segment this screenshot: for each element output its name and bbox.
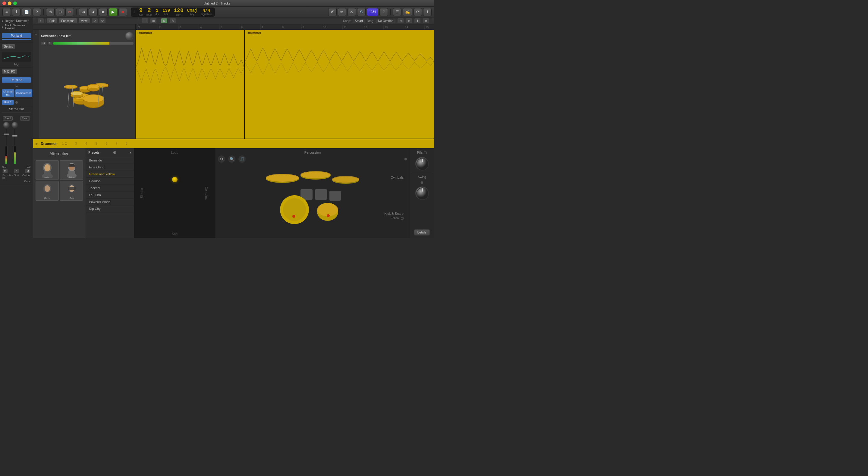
edit2-button[interactable]: ✍ xyxy=(403,8,412,16)
pencil-button[interactable]: ✏ xyxy=(338,8,346,16)
follow-checkbox-icon[interactable]: ▢ xyxy=(401,216,404,220)
xy-dot[interactable] xyxy=(172,177,178,182)
scissors-button[interactable]: ✂ xyxy=(65,8,74,16)
close-button[interactable] xyxy=(2,1,6,5)
bus-button[interactable]: Bus 1 xyxy=(2,100,14,105)
xy-pad[interactable]: Loud Soft Simple Complex xyxy=(134,148,216,238)
undo-button[interactable]: ↺ xyxy=(328,8,337,16)
preset-slider[interactable] xyxy=(2,39,31,40)
info-button[interactable]: ℹ xyxy=(12,8,21,16)
perc-tool-3[interactable]: 🎵 xyxy=(239,155,246,163)
add-track-btn[interactable]: + xyxy=(142,18,148,24)
swing-label: Swing xyxy=(418,175,426,179)
presets-chevron-icon[interactable]: ▾ xyxy=(130,150,131,155)
perc-tool-2[interactable]: 🔍 xyxy=(228,155,236,163)
browser-button[interactable]: 📄 xyxy=(22,8,31,16)
swing-knob[interactable] xyxy=(415,187,429,200)
s-button[interactable]: S xyxy=(357,8,366,16)
setting-button[interactable]: Setting xyxy=(2,44,16,49)
preset-green-yellow[interactable]: Green and Yellow xyxy=(86,171,134,178)
color-btn[interactable]: ▶ xyxy=(161,18,167,24)
div-label: div xyxy=(156,13,159,16)
view-btn[interactable]: View xyxy=(79,18,90,24)
fader-track-1[interactable] xyxy=(6,129,7,146)
waveform-block-1[interactable]: Drummer xyxy=(135,30,244,138)
capture-button[interactable]: ⟲ xyxy=(46,8,55,16)
avatar-aidan[interactable]: aidan xyxy=(36,160,59,180)
edit-btn[interactable]: Edit xyxy=(47,18,57,24)
eq-display xyxy=(2,52,31,62)
record-button[interactable]: ⏺ xyxy=(119,8,127,16)
loop-btn[interactable]: ⟳ xyxy=(99,18,106,24)
draw-btn[interactable]: ✎ xyxy=(169,18,176,24)
ms-btns: M S xyxy=(41,41,133,45)
s-btn-bottom[interactable]: S xyxy=(14,169,19,173)
level-fill-2 xyxy=(14,153,16,164)
stop-button[interactable]: ⏹ xyxy=(99,8,107,16)
resize-btn[interactable]: ⤢ xyxy=(91,18,98,24)
bounce-button[interactable]: ⤓ xyxy=(423,8,432,16)
preset-jackpot[interactable]: Jackpot xyxy=(86,185,134,192)
library-button[interactable]: ≡ xyxy=(2,8,11,16)
zoom-btn2[interactable]: ⬌ xyxy=(406,18,412,24)
flex-button[interactable]: 𝄢 xyxy=(379,8,388,16)
perc-tool-1[interactable]: ⚙ xyxy=(218,155,225,163)
read-button-1[interactable]: Read xyxy=(3,116,13,121)
stereo-slider[interactable] xyxy=(2,112,31,113)
mixer-button[interactable]: ⊞ xyxy=(56,8,64,16)
avatar-zak[interactable]: Zak xyxy=(60,181,83,201)
help-button[interactable]: ? xyxy=(33,8,41,16)
snap-value[interactable]: Smart xyxy=(352,19,365,23)
drag-value[interactable]: No Overlap xyxy=(376,19,396,23)
details-button[interactable]: Details xyxy=(414,229,430,235)
instrument-header: Seventies Plexi Kit xyxy=(41,32,133,40)
waveform-block-2[interactable]: Drummer xyxy=(245,30,434,138)
presets-gear-icon[interactable]: ⚙ xyxy=(113,150,117,155)
preset-la-luna[interactable]: La Luna xyxy=(86,192,134,198)
zoom-btn3[interactable]: ⬆ xyxy=(414,18,421,24)
right-content: ↑ Edit Functions View ⤢ ⟳ + ⊞ ▶ ✎ xyxy=(33,18,434,238)
preset-fine-grind[interactable]: Fine Grind xyxy=(86,164,134,171)
avatar-nikki[interactable]: Nicki xyxy=(60,160,83,180)
zoom-btn1[interactable]: ⬌ xyxy=(397,18,404,24)
avatar-gavin[interactable]: Gavin xyxy=(36,181,59,201)
instrument-knob[interactable] xyxy=(125,32,133,40)
up-btn[interactable]: ↑ xyxy=(37,18,44,24)
drum-kit-button[interactable]: Drum Kit xyxy=(2,77,31,83)
window-buttons xyxy=(2,1,17,5)
volume-fader[interactable] xyxy=(53,42,133,44)
rewind-button[interactable]: ⏮ xyxy=(79,8,88,16)
functions-btn[interactable]: Functions xyxy=(59,18,77,24)
add-btn2[interactable]: ⊞ xyxy=(150,18,157,24)
m-btn-output[interactable]: M xyxy=(25,169,30,173)
fast-forward-button[interactable]: ⏭ xyxy=(89,8,98,16)
preset-powells-world[interactable]: Powell's World xyxy=(86,198,134,205)
channel-eq-button[interactable]: Channel EQ xyxy=(2,89,14,97)
x-button[interactable]: ✕ xyxy=(347,8,356,16)
loop-button[interactable]: ⟳ xyxy=(413,8,422,16)
fader-track-2[interactable] xyxy=(14,129,16,146)
maximize-button[interactable] xyxy=(13,1,17,5)
minimize-button[interactable] xyxy=(8,1,11,5)
read-row: Read Read xyxy=(2,116,31,121)
read-button-2[interactable]: Read xyxy=(20,116,30,121)
compressor-button[interactable]: Compressor xyxy=(15,89,32,97)
preset-button[interactable]: Portland xyxy=(2,33,31,38)
tick-value: 139 xyxy=(162,8,170,13)
midi-fx-button[interactable]: MIDI FX xyxy=(2,69,17,74)
1234-button[interactable]: 1234 xyxy=(367,8,378,16)
bus-indicator xyxy=(15,101,18,104)
preset-rip-city[interactable]: Rip City xyxy=(86,205,134,212)
zoom-btn4[interactable]: ⬌ xyxy=(423,18,429,24)
list-button[interactable]: ☰ xyxy=(393,8,401,16)
mute-btn[interactable]: M xyxy=(41,41,46,45)
play-button[interactable]: ▶ xyxy=(109,8,117,16)
fills-knob[interactable] xyxy=(415,157,429,170)
m-btn-bottom[interactable]: M xyxy=(2,169,8,173)
pan-knob-1[interactable] xyxy=(3,122,10,128)
preset-hoodoo[interactable]: Hoodoo xyxy=(86,178,134,185)
solo-btn[interactable]: S xyxy=(47,41,52,45)
pan-knob-2[interactable] xyxy=(11,122,18,128)
preset-burnside[interactable]: Burnside xyxy=(86,157,134,164)
fills-checkbox-icon[interactable]: ▢ xyxy=(424,151,427,155)
